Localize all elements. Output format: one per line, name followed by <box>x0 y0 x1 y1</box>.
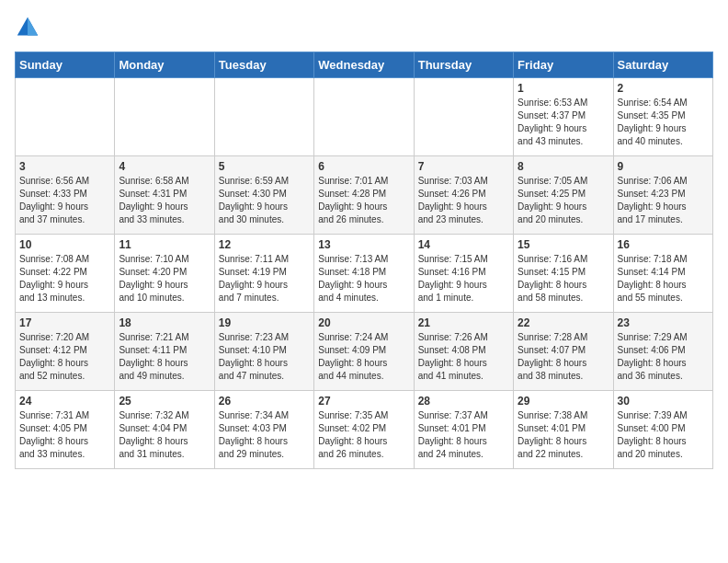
header-day-thursday: Thursday <box>414 52 513 78</box>
calendar-cell: 24Sunrise: 7:31 AM Sunset: 4:05 PM Dayli… <box>16 391 115 469</box>
day-info: Sunrise: 7:37 AM Sunset: 4:01 PM Dayligh… <box>418 409 509 461</box>
calendar-cell: 4Sunrise: 6:58 AM Sunset: 4:31 PM Daylig… <box>115 156 214 235</box>
day-info: Sunrise: 7:29 AM Sunset: 4:06 PM Dayligh… <box>618 331 709 383</box>
calendar-cell: 28Sunrise: 7:37 AM Sunset: 4:01 PM Dayli… <box>414 391 513 469</box>
header-day-friday: Friday <box>514 52 613 78</box>
calendar-cell: 10Sunrise: 7:08 AM Sunset: 4:22 PM Dayli… <box>16 235 115 313</box>
header-day-tuesday: Tuesday <box>214 52 313 78</box>
day-number: 8 <box>518 160 609 173</box>
day-info: Sunrise: 7:31 AM Sunset: 4:05 PM Dayligh… <box>19 409 110 461</box>
day-info: Sunrise: 7:01 AM Sunset: 4:28 PM Dayligh… <box>318 175 409 226</box>
calendar-week-row: 1Sunrise: 6:53 AM Sunset: 4:37 PM Daylig… <box>16 78 713 156</box>
calendar-cell: 8Sunrise: 7:05 AM Sunset: 4:25 PM Daylig… <box>514 156 613 235</box>
day-number: 29 <box>518 395 609 408</box>
day-number: 12 <box>219 238 310 251</box>
day-number: 11 <box>119 238 210 251</box>
day-number: 30 <box>618 395 709 408</box>
calendar-table: SundayMondayTuesdayWednesdayThursdayFrid… <box>15 52 713 469</box>
day-number: 15 <box>518 238 609 251</box>
day-info: Sunrise: 7:32 AM Sunset: 4:04 PM Dayligh… <box>119 409 210 461</box>
calendar-cell: 27Sunrise: 7:35 AM Sunset: 4:02 PM Dayli… <box>314 391 414 469</box>
calendar-cell: 6Sunrise: 7:01 AM Sunset: 4:28 PM Daylig… <box>314 156 414 235</box>
calendar-cell: 16Sunrise: 7:18 AM Sunset: 4:14 PM Dayli… <box>613 235 712 313</box>
calendar-cell: 5Sunrise: 6:59 AM Sunset: 4:30 PM Daylig… <box>214 156 313 235</box>
calendar-cell: 13Sunrise: 7:13 AM Sunset: 4:18 PM Dayli… <box>314 235 414 313</box>
calendar-week-row: 3Sunrise: 6:56 AM Sunset: 4:33 PM Daylig… <box>16 156 713 235</box>
day-number: 1 <box>518 82 609 95</box>
page-header <box>15 15 713 40</box>
day-info: Sunrise: 6:58 AM Sunset: 4:31 PM Dayligh… <box>119 175 210 226</box>
day-info: Sunrise: 7:16 AM Sunset: 4:15 PM Dayligh… <box>518 253 609 304</box>
day-number: 22 <box>518 316 609 329</box>
calendar-cell <box>414 78 513 156</box>
calendar-cell: 2Sunrise: 6:54 AM Sunset: 4:35 PM Daylig… <box>613 78 712 156</box>
day-info: Sunrise: 7:08 AM Sunset: 4:22 PM Dayligh… <box>19 253 110 304</box>
day-number: 3 <box>19 160 110 173</box>
day-info: Sunrise: 7:26 AM Sunset: 4:08 PM Dayligh… <box>418 331 509 383</box>
day-number: 25 <box>119 395 210 408</box>
day-number: 18 <box>119 316 210 329</box>
day-info: Sunrise: 7:11 AM Sunset: 4:19 PM Dayligh… <box>219 253 310 304</box>
header-day-saturday: Saturday <box>613 52 712 78</box>
day-info: Sunrise: 7:24 AM Sunset: 4:09 PM Dayligh… <box>318 331 409 383</box>
calendar-cell: 15Sunrise: 7:16 AM Sunset: 4:15 PM Dayli… <box>514 235 613 313</box>
day-number: 10 <box>19 238 110 251</box>
calendar-cell: 1Sunrise: 6:53 AM Sunset: 4:37 PM Daylig… <box>514 78 613 156</box>
calendar-cell: 22Sunrise: 7:28 AM Sunset: 4:07 PM Dayli… <box>514 313 613 391</box>
header-day-sunday: Sunday <box>16 52 115 78</box>
day-info: Sunrise: 7:35 AM Sunset: 4:02 PM Dayligh… <box>318 409 409 461</box>
logo-icon <box>15 15 40 40</box>
day-info: Sunrise: 7:39 AM Sunset: 4:00 PM Dayligh… <box>618 409 709 461</box>
calendar-cell: 25Sunrise: 7:32 AM Sunset: 4:04 PM Dayli… <box>115 391 214 469</box>
header-day-wednesday: Wednesday <box>314 52 414 78</box>
day-number: 20 <box>318 316 409 329</box>
day-info: Sunrise: 7:21 AM Sunset: 4:11 PM Dayligh… <box>119 331 210 383</box>
day-info: Sunrise: 7:38 AM Sunset: 4:01 PM Dayligh… <box>518 409 609 461</box>
day-number: 17 <box>19 316 110 329</box>
day-number: 24 <box>19 395 110 408</box>
calendar-cell: 9Sunrise: 7:06 AM Sunset: 4:23 PM Daylig… <box>613 156 712 235</box>
calendar-cell <box>16 78 115 156</box>
calendar-header-row: SundayMondayTuesdayWednesdayThursdayFrid… <box>16 52 713 78</box>
calendar-cell: 21Sunrise: 7:26 AM Sunset: 4:08 PM Dayli… <box>414 313 513 391</box>
day-info: Sunrise: 6:56 AM Sunset: 4:33 PM Dayligh… <box>19 175 110 226</box>
day-number: 16 <box>618 238 709 251</box>
day-number: 2 <box>618 82 709 95</box>
calendar-cell <box>115 78 214 156</box>
calendar-cell <box>214 78 313 156</box>
calendar-cell: 11Sunrise: 7:10 AM Sunset: 4:20 PM Dayli… <box>115 235 214 313</box>
calendar-week-row: 24Sunrise: 7:31 AM Sunset: 4:05 PM Dayli… <box>16 391 713 469</box>
calendar-cell: 20Sunrise: 7:24 AM Sunset: 4:09 PM Dayli… <box>314 313 414 391</box>
day-info: Sunrise: 7:05 AM Sunset: 4:25 PM Dayligh… <box>518 175 609 226</box>
day-info: Sunrise: 7:13 AM Sunset: 4:18 PM Dayligh… <box>318 253 409 304</box>
calendar-cell: 17Sunrise: 7:20 AM Sunset: 4:12 PM Dayli… <box>16 313 115 391</box>
calendar-cell: 18Sunrise: 7:21 AM Sunset: 4:11 PM Dayli… <box>115 313 214 391</box>
day-number: 23 <box>618 316 709 329</box>
day-number: 5 <box>219 160 310 173</box>
day-number: 28 <box>418 395 509 408</box>
day-info: Sunrise: 6:54 AM Sunset: 4:35 PM Dayligh… <box>618 97 709 148</box>
day-info: Sunrise: 7:15 AM Sunset: 4:16 PM Dayligh… <box>418 253 509 304</box>
day-info: Sunrise: 7:20 AM Sunset: 4:12 PM Dayligh… <box>19 331 110 383</box>
day-number: 14 <box>418 238 509 251</box>
svg-marker-1 <box>28 17 38 36</box>
day-info: Sunrise: 7:34 AM Sunset: 4:03 PM Dayligh… <box>219 409 310 461</box>
calendar-cell <box>314 78 414 156</box>
calendar-cell: 7Sunrise: 7:03 AM Sunset: 4:26 PM Daylig… <box>414 156 513 235</box>
calendar-week-row: 17Sunrise: 7:20 AM Sunset: 4:12 PM Dayli… <box>16 313 713 391</box>
day-number: 21 <box>418 316 509 329</box>
day-info: Sunrise: 6:59 AM Sunset: 4:30 PM Dayligh… <box>219 175 310 226</box>
day-info: Sunrise: 7:28 AM Sunset: 4:07 PM Dayligh… <box>518 331 609 383</box>
calendar-cell: 23Sunrise: 7:29 AM Sunset: 4:06 PM Dayli… <box>613 313 712 391</box>
day-info: Sunrise: 7:10 AM Sunset: 4:20 PM Dayligh… <box>119 253 210 304</box>
day-number: 7 <box>418 160 509 173</box>
day-info: Sunrise: 7:23 AM Sunset: 4:10 PM Dayligh… <box>219 331 310 383</box>
day-number: 9 <box>618 160 709 173</box>
day-info: Sunrise: 6:53 AM Sunset: 4:37 PM Dayligh… <box>518 97 609 148</box>
day-number: 26 <box>219 395 310 408</box>
day-info: Sunrise: 7:03 AM Sunset: 4:26 PM Dayligh… <box>418 175 509 226</box>
day-number: 13 <box>318 238 409 251</box>
day-info: Sunrise: 7:18 AM Sunset: 4:14 PM Dayligh… <box>618 253 709 304</box>
calendar-week-row: 10Sunrise: 7:08 AM Sunset: 4:22 PM Dayli… <box>16 235 713 313</box>
header-day-monday: Monday <box>115 52 214 78</box>
